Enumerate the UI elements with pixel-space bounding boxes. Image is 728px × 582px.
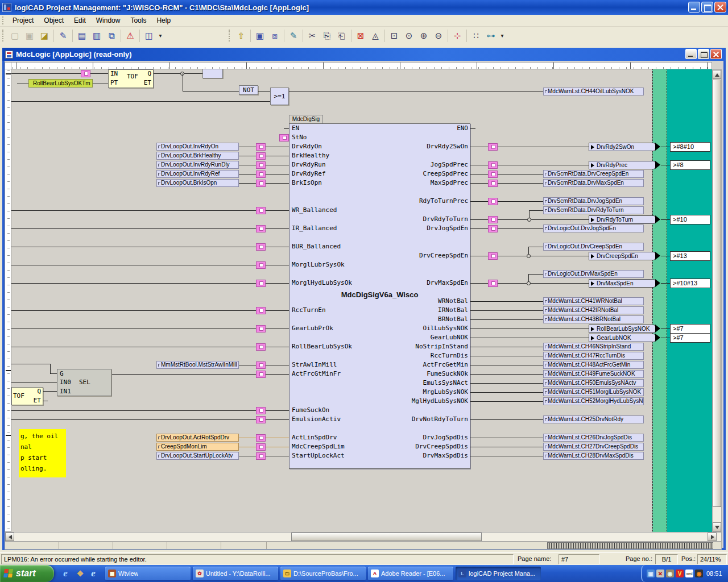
horizontal-scroll-thumb[interactable] — [291, 533, 482, 541]
variable-label[interactable]: MdcWarnLst.CH26DrvJogSpdDis — [543, 434, 644, 442]
page-connector[interactable] — [488, 225, 498, 232]
variable-label[interactable]: DrvScmRtData.DrvCreepSpdEn — [543, 170, 644, 178]
grid-icon[interactable]: ∷ — [469, 29, 483, 43]
page-connector[interactable] — [81, 70, 90, 77]
page-connector[interactable] — [256, 180, 266, 187]
network-icon[interactable]: ▣ — [647, 569, 655, 577]
not-gate[interactable]: NOT — [239, 85, 258, 95]
output-connector[interactable]: DrvRdy2SwOn — [589, 143, 656, 151]
tile-vertical-icon[interactable]: ▥ — [90, 29, 104, 43]
menu-object[interactable]: Object — [39, 15, 69, 26]
page-connector[interactable] — [256, 343, 266, 351]
zoom-fit-icon[interactable]: ⊹ — [450, 29, 464, 43]
cross-reference[interactable]: >#8#10 — [670, 142, 710, 152]
cut-icon[interactable]: ✂ — [305, 29, 319, 43]
toolbar-grip[interactable] — [2, 30, 5, 42]
editor-minimize-button[interactable] — [685, 49, 697, 59]
variable-label[interactable]: MdcWarnLst.CH25DrvNotRdy — [543, 415, 644, 423]
empty-label-box[interactable] — [202, 69, 223, 78]
page-connector[interactable] — [256, 452, 266, 460]
page-connector[interactable] — [488, 180, 498, 187]
page-connector[interactable] — [256, 280, 266, 287]
page-connector[interactable] — [256, 434, 266, 442]
open-project-icon[interactable]: ◪ — [38, 29, 51, 43]
task-untitled[interactable]: ✿ Untitled - Y:\DataRolli... — [193, 567, 278, 580]
new-icon[interactable]: ▢ — [8, 29, 22, 43]
internet-explorer-icon[interactable]: e — [59, 567, 72, 580]
output-connector[interactable]: DrvRdyPrec — [589, 161, 656, 169]
variable-label[interactable]: DrvScmRtData.DrvMaxSpdEn — [543, 179, 644, 187]
variable-label[interactable]: DrvLoopOut.BrkIsOpn — [156, 179, 239, 187]
tof-timer-block[interactable]: IN PT TOF Q ET — [108, 69, 154, 88]
warning-icon[interactable]: ⚠ — [123, 29, 137, 43]
variable-label[interactable]: MmMstRtBool.MstStrAwlInMill — [156, 361, 239, 369]
delete-icon[interactable]: ⊠ — [354, 29, 367, 43]
output-connector[interactable]: DrvMaxSpdEn — [589, 279, 656, 288]
variable-label-analog[interactable]: DrvLoopOut.ActRotSpdDrv — [156, 434, 239, 442]
save-icon[interactable]: ▣ — [253, 29, 267, 43]
network-error-icon[interactable]: ✕ — [656, 569, 664, 577]
dropdown-caret-icon[interactable]: ▾ — [157, 29, 164, 43]
app-shortcut-icon[interactable]: ❖ — [74, 567, 86, 580]
editor-close-button[interactable] — [710, 49, 722, 59]
menu-tools[interactable]: Tools — [125, 15, 151, 26]
output-connector[interactable]: DrvRdyToTurn — [589, 215, 656, 224]
variable-label[interactable]: MdcWarnLst.CH44OilLubSysNOK — [543, 88, 644, 95]
menu-edit[interactable]: Edit — [69, 15, 91, 26]
browser-icon[interactable]: e — [87, 567, 100, 580]
scroll-up-button[interactable] — [713, 70, 721, 79]
page-connector[interactable] — [256, 307, 266, 314]
dropdown-caret-icon[interactable]: ▾ — [499, 29, 506, 43]
page-connector[interactable] — [256, 407, 266, 414]
variable-label[interactable]: DrvLoopOut.BrkHealthy — [156, 152, 239, 160]
zoom-time-icon[interactable]: ⊙ — [402, 29, 416, 43]
page-connector[interactable] — [256, 325, 266, 332]
page-connector[interactable] — [256, 243, 266, 251]
page-connector[interactable] — [256, 143, 266, 151]
start-button[interactable]: start — [0, 565, 54, 582]
page-connector[interactable] — [488, 198, 498, 205]
window-select-icon[interactable]: ◫ — [142, 29, 156, 43]
display-icon[interactable]: ◉ — [695, 569, 703, 577]
scroll-right-button[interactable] — [708, 533, 717, 541]
cross-reference[interactable]: >#8 — [670, 160, 710, 170]
page-connector[interactable] — [256, 152, 266, 160]
properties-icon[interactable]: ✎ — [56, 29, 70, 43]
variable-label[interactable]: MdcWarnLst.CH52MorglHydLubSysNOK — [543, 397, 644, 405]
variable-label[interactable]: MdcWarnLst.CH41WRNotBal — [543, 297, 644, 305]
task-wtview[interactable]: ▦ Wtview — [105, 567, 191, 580]
tile-horizontal-icon[interactable]: ▤ — [75, 29, 89, 43]
zoom-out-icon[interactable]: ⊖ — [432, 29, 445, 43]
menu-help[interactable]: Help — [151, 15, 176, 26]
variable-label[interactable]: MdcWarnLst.CH51MorglLubSysNOK — [543, 388, 644, 396]
page-connector[interactable] — [256, 261, 266, 269]
tof-timer-block-2[interactable]: TOF Q ET — [11, 387, 43, 405]
zoom-in-icon[interactable]: ⊕ — [417, 29, 431, 43]
variable-label[interactable]: MdcWarnLst.CH43BRNotBal — [543, 315, 644, 323]
function-block-tab[interactable]: MdcDigSig — [289, 115, 323, 124]
page-connector[interactable] — [256, 225, 266, 232]
variable-label[interactable]: DrvLoopOut.InvRdyRunDly — [156, 161, 239, 169]
output-connector[interactable]: GearLubNOK — [589, 334, 656, 342]
page-connector[interactable] — [256, 416, 266, 423]
cross-reference[interactable]: >#13 — [670, 251, 710, 261]
variable-label[interactable]: MdcWarnLst.CH50EmulsSysNActv — [543, 379, 644, 387]
page-connector[interactable] — [256, 371, 266, 378]
connection-mode-icon[interactable]: ⊶ — [484, 29, 498, 43]
variable-label-analog[interactable]: CreepSpdMonLim — [156, 443, 239, 451]
variable-label[interactable]: MdcWarnLst.CH48ActFrcGetMin — [543, 361, 644, 369]
variable-label[interactable]: DrvLogicOut.DrvCreepSpdEn — [543, 243, 644, 251]
variable-label[interactable]: MdcWarnLst.CH47RccTurnDis — [543, 352, 644, 360]
menu-window[interactable]: Window — [91, 15, 126, 26]
page-connector[interactable] — [256, 207, 266, 214]
open-icon[interactable]: ▣ — [23, 29, 36, 43]
xml-tray-icon[interactable]: xml — [685, 569, 693, 577]
page-connector[interactable] — [256, 161, 266, 169]
page-connector[interactable] — [256, 443, 266, 451]
variable-label[interactable]: MdcWarnLst.CH46NStripInStand — [543, 343, 644, 351]
or-gate[interactable]: >=1 — [270, 88, 289, 105]
scroll-down-button[interactable] — [713, 522, 721, 531]
output-connector[interactable]: DrvCreepSpdEn — [589, 252, 656, 260]
variable-label[interactable]: MdcWarnLst.CH28DrvMaxSpdDis — [543, 452, 644, 460]
editor-restore-button[interactable] — [698, 49, 709, 59]
